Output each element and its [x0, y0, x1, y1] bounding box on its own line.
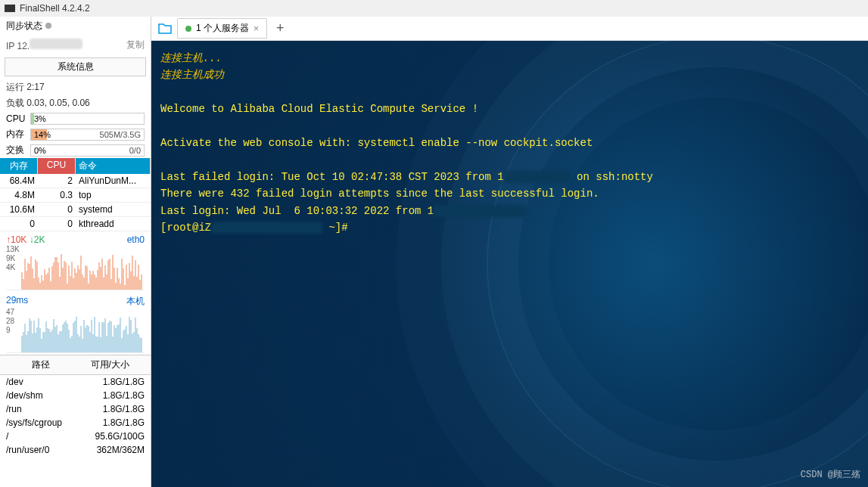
folder-icon[interactable] [156, 21, 174, 36]
term-line: Last login: Wed Jul 6 10:03:32 2022 from… [160, 203, 859, 219]
mem-percent: 14% [34, 130, 51, 139]
proc-header-cpu[interactable]: CPU [38, 158, 76, 174]
copy-button[interactable]: 复制 [126, 39, 145, 51]
sync-dot-icon [45, 23, 51, 29]
table-row[interactable]: /sys/fs/cgroup1.8G/1.8G [0, 416, 151, 430]
tabbar: 1 个人服务器 × + [151, 17, 868, 41]
term-line [160, 151, 859, 168]
app-title: FinalShell 4.2.4.2 [20, 3, 90, 14]
ping-chart-header: 29ms 本机 [0, 292, 151, 308]
terminal[interactable]: 连接主机... 连接主机成功 Welcome to Alibaba Cloud … [151, 41, 868, 487]
term-line: 连接主机成功 [160, 67, 859, 83]
disk-header-size: 可用/大小 [76, 358, 145, 371]
sidebar: 同步状态 IP 12. 复制 系统信息 运行 2:17 负载 0.03, 0.0… [0, 17, 151, 487]
status-dot-icon [185, 26, 191, 32]
swap-meter: 0% 0/0 [30, 144, 145, 157]
net-chart: 13K9K4K [6, 245, 145, 290]
ip-label: IP [6, 41, 14, 51]
ip-value: 12. [17, 41, 30, 51]
table-row[interactable]: /95.6G/100G [0, 430, 151, 443]
term-line [160, 118, 859, 135]
table-row[interactable]: /run1.8G/1.8G [0, 402, 151, 416]
net-down: ↓2K [30, 234, 45, 245]
tab-server-1[interactable]: 1 个人服务器 × [177, 18, 267, 39]
content-area: 1 个人服务器 × + 连接主机... 连接主机成功 Welcome to Al… [151, 17, 868, 487]
tab-label: 1 个人服务器 [196, 22, 249, 35]
ip-blurred [30, 39, 82, 49]
mem-label: 内存 [6, 128, 27, 141]
swap-meter-row: 交换 0% 0/0 [0, 142, 151, 158]
sync-status-row: 同步状态 [0, 17, 151, 36]
swap-label: 交换 [6, 144, 27, 157]
titlebar: FinalShell 4.2.4.2 [0, 0, 868, 17]
cpu-meter: 3% [30, 113, 145, 125]
table-row[interactable]: /dev/shm1.8G/1.8G [0, 389, 151, 402]
term-line: Activate the web console with: systemctl… [160, 135, 859, 151]
load-text: 负载 0.03, 0.05, 0.06 [0, 95, 151, 111]
term-prompt: [root@iZxxxxxxxxxxxxxxxxx ~]# [160, 219, 859, 236]
proc-header-mem[interactable]: 内存 [0, 158, 38, 174]
net-iface[interactable]: eth0 [127, 234, 145, 245]
ping-latency: 29ms [6, 295, 28, 308]
term-line [160, 84, 859, 101]
close-icon[interactable]: × [254, 23, 259, 34]
watermark: CSDN @顾三殇 [801, 468, 860, 482]
term-line: Last failed login: Tue Oct 10 02:47:38 C… [160, 169, 859, 185]
add-tab-button[interactable]: + [270, 20, 291, 36]
ip-row: IP 12. 复制 [0, 36, 151, 54]
mem-meter-row: 内存 14% 505M/3.5G [0, 126, 151, 142]
net-up: ↑10K [6, 234, 26, 245]
disk-header-path: 路径 [6, 358, 76, 371]
uptime-text: 运行 2:17 [0, 79, 151, 95]
cpu-percent: 3% [34, 114, 46, 123]
sync-label: 同步状态 [6, 20, 42, 31]
table-row[interactable]: 68.4M2AliYunDunM... [0, 174, 151, 188]
table-row[interactable]: 10.6M0systemd [0, 203, 151, 217]
process-table-header[interactable]: 内存 CPU 命令 [0, 158, 151, 174]
swap-detail: 0/0 [129, 146, 141, 155]
table-row[interactable]: 4.8M0.3top [0, 188, 151, 203]
table-row[interactable]: /run/user/0362M/362M [0, 443, 151, 457]
system-info-button[interactable]: 系统信息 [5, 57, 146, 76]
table-row[interactable]: /dev1.8G/1.8G [0, 375, 151, 389]
mem-detail: 505M/3.5G [100, 130, 141, 139]
cpu-label: CPU [6, 113, 27, 124]
disk-table-header[interactable]: 路径 可用/大小 [0, 355, 151, 375]
net-chart-header: ↑10K ↓2K eth0 [0, 231, 151, 245]
term-line: Welcome to Alibaba Cloud Elastic Compute… [160, 101, 859, 117]
term-line: There were 432 failed login attempts sin… [160, 185, 859, 202]
mem-meter: 14% 505M/3.5G [30, 129, 145, 141]
ping-label[interactable]: 本机 [126, 295, 145, 308]
cpu-meter-row: CPU 3% [0, 111, 151, 126]
ping-chart: 47289 [6, 308, 145, 353]
swap-percent: 0% [34, 146, 46, 155]
term-line: 连接主机... [160, 50, 859, 67]
table-row[interactable]: 00kthreadd [0, 217, 151, 231]
app-icon [5, 5, 15, 12]
proc-header-cmd[interactable]: 命令 [76, 158, 151, 174]
